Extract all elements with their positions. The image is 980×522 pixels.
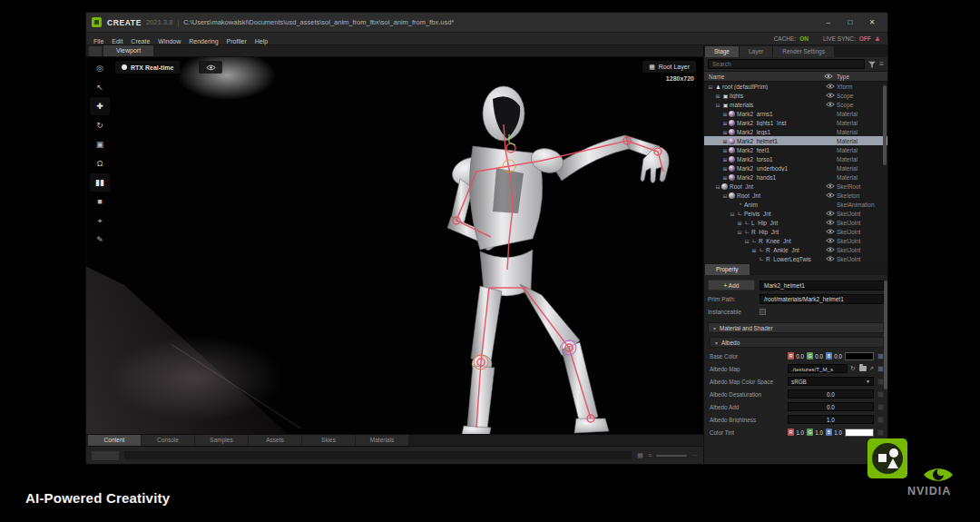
instanceable-checkbox[interactable] [760, 309, 766, 315]
tab-stage[interactable]: Stage [705, 46, 739, 57]
parameter-checkbox[interactable] [877, 404, 884, 410]
visibility-eye-icon[interactable] [824, 102, 837, 108]
expander-icon[interactable]: ⊟ [743, 238, 750, 244]
parameter-checkbox[interactable] [877, 366, 884, 372]
stage-tree-row[interactable]: ⊞ Mark2_torso1 Material [704, 154, 887, 163]
material-shader-section-header[interactable]: ▾ Material and Shader [708, 322, 884, 333]
tool-snap-icon[interactable]: Ω [90, 154, 110, 172]
tool-scale-icon[interactable]: ▣ [90, 135, 110, 153]
number-field[interactable]: 0.0 [788, 402, 874, 411]
bottom-tab-content[interactable]: Content [88, 435, 141, 446]
visibility-eye-icon[interactable] [824, 192, 837, 199]
tool-move-icon[interactable]: ✚ [90, 97, 110, 115]
g-channel-chip[interactable]: G [807, 352, 813, 359]
root-layer-button[interactable]: ▦ Root Layer [642, 61, 696, 73]
stage-tree-row[interactable]: ⊞ Mark2_helmet1 Material [704, 136, 887, 145]
tab-render-settings[interactable]: Render Settings [773, 46, 834, 57]
omniverse-app-icon[interactable] [867, 438, 907, 478]
tab-viewport[interactable]: Viewport [103, 45, 153, 56]
albedo-section-header[interactable]: ▾ Albedo [710, 337, 884, 348]
visibility-eye-icon[interactable] [824, 256, 837, 262]
visibility-eye-icon[interactable] [824, 211, 837, 217]
expander-icon[interactable]: ⊞ [750, 247, 758, 253]
stage-tree-row[interactable]: ⊞ Mark2_underbody1 Material [704, 163, 887, 172]
stage-tree-row[interactable]: ⊟ ▣ materials Scope [704, 100, 887, 109]
tool-focus-icon[interactable]: ◎ [90, 59, 110, 77]
menu-item-create[interactable]: Create [131, 38, 150, 44]
list-view-icon[interactable]: ≡ [648, 452, 652, 458]
expander-icon[interactable]: ⊟ [714, 183, 721, 190]
stage-tree-row[interactable]: ⊟ ∟ R_Knee_Jnt SkelJoint [704, 236, 887, 245]
property-scrollbar[interactable] [884, 281, 887, 389]
expander-icon[interactable]: ⊟ [729, 211, 736, 217]
expander-icon[interactable]: ⊞ [721, 120, 729, 126]
tool-stop-icon[interactable]: ■ [90, 192, 110, 211]
content-breadcrumb[interactable] [92, 451, 119, 460]
grid-view-icon[interactable]: ▦ [637, 452, 643, 459]
menu-item-profiler[interactable]: Profiler [227, 38, 247, 44]
visibility-eye-icon[interactable] [824, 84, 837, 90]
color-space-dropdown[interactable]: sRGB▼ [788, 377, 874, 386]
content-options-icon[interactable]: ⋯ [691, 452, 698, 459]
tab-property[interactable]: Property [705, 264, 750, 275]
color-swatch[interactable] [845, 352, 874, 360]
renderer-button[interactable]: RTX Real-time [115, 61, 180, 74]
close-icon[interactable]: ✕ [862, 16, 882, 29]
stage-tree-row[interactable]: ⊞ ∟ L_Hip_Jnt SkelJoint [704, 218, 887, 227]
refresh-icon[interactable]: ↻ [850, 365, 855, 372]
g-channel-chip[interactable]: G [807, 428, 813, 436]
bottom-tab-console[interactable]: Console [142, 435, 194, 446]
content-path-bar[interactable] [124, 451, 632, 459]
tool-target-icon[interactable]: ⌖ [90, 212, 110, 230]
visibility-eye-icon[interactable] [824, 247, 837, 253]
texture-path-field[interactable]: ./textures/T_M_s [788, 364, 848, 373]
viewport-canvas[interactable]: ◎↖✚↻▣Ω▮▮■⌖✎ RTX Real-time ▦ Root Layer [86, 57, 703, 434]
menu-item-help[interactable]: Help [255, 38, 268, 44]
color-swatch[interactable] [845, 428, 874, 437]
stage-tree-row[interactable]: ∟ R_LowerLegTwis SkelJoint [704, 254, 887, 263]
viewport-menu-icon[interactable] [89, 46, 102, 56]
minimize-icon[interactable]: – [818, 16, 838, 29]
expander-icon[interactable]: ⊟ [707, 84, 714, 90]
stage-options-icon[interactable]: ≡ [879, 61, 884, 68]
parameter-checkbox[interactable] [877, 379, 884, 385]
bottom-tab-skies[interactable]: Skies [302, 435, 355, 446]
stage-tree-row[interactable]: ⊞ ▣ lights Scope [704, 91, 887, 100]
folder-browse-icon[interactable] [859, 366, 867, 371]
expander-icon[interactable]: ⊟ [714, 102, 721, 108]
expander-icon[interactable]: ⊞ [721, 111, 729, 117]
tool-paint-icon[interactable]: ✎ [90, 231, 110, 249]
menu-item-edit[interactable]: Edit [112, 38, 122, 44]
expander-icon[interactable]: ⊞ [721, 147, 729, 153]
expander-icon[interactable]: ⊟ [721, 192, 729, 199]
stage-tree-row[interactable]: ⊞ Mark2_lights1_Inst Material [704, 118, 887, 127]
r-channel-chip[interactable]: R [788, 428, 794, 436]
visibility-eye-icon[interactable] [824, 229, 837, 235]
stage-tree-row[interactable]: ⊟ ∟ Pelvis_Jnt SkelJoint [704, 209, 887, 218]
parameter-checkbox[interactable] [877, 429, 884, 436]
search-input[interactable]: Search [708, 59, 865, 69]
number-field[interactable]: 1.0 [788, 415, 874, 424]
bottom-tab-samples[interactable]: Samples [195, 435, 248, 446]
menu-item-file[interactable]: File [93, 38, 103, 44]
visibility-eye-icon[interactable] [824, 93, 837, 99]
expander-icon[interactable]: ⊞ [721, 138, 729, 144]
menu-item-rendering[interactable]: Rendering [189, 38, 218, 44]
parameter-checkbox[interactable] [877, 353, 884, 359]
stage-tree-row[interactable]: ⊞ Mark2_arms1 Material [704, 109, 887, 118]
viewport-visibility-button[interactable] [199, 61, 222, 74]
visibility-eye-icon[interactable] [824, 220, 837, 226]
prim-path-field[interactable]: /root/materials/Mark2_helmet1 [760, 294, 884, 304]
type-column-header[interactable]: Type [837, 74, 887, 80]
open-external-icon[interactable]: ↗ [869, 365, 874, 372]
expander-icon[interactable]: ⊞ [721, 156, 729, 163]
thumbnail-size-slider[interactable] [656, 455, 687, 457]
stage-tree-row[interactable]: ⊞ ∟ R_Ankle_Jnt SkelJoint [704, 245, 887, 254]
bottom-tab-assets[interactable]: Assets [249, 435, 301, 446]
expander-icon[interactable]: ⊞ [721, 165, 729, 172]
expander-icon[interactable]: ⊞ [736, 220, 743, 226]
bottom-tab-materials[interactable]: Materials [356, 435, 408, 446]
tool-rotate-icon[interactable]: ↻ [90, 116, 110, 134]
stage-scrollbar[interactable] [883, 85, 887, 165]
expander-icon[interactable]: ⊞ [721, 174, 729, 181]
